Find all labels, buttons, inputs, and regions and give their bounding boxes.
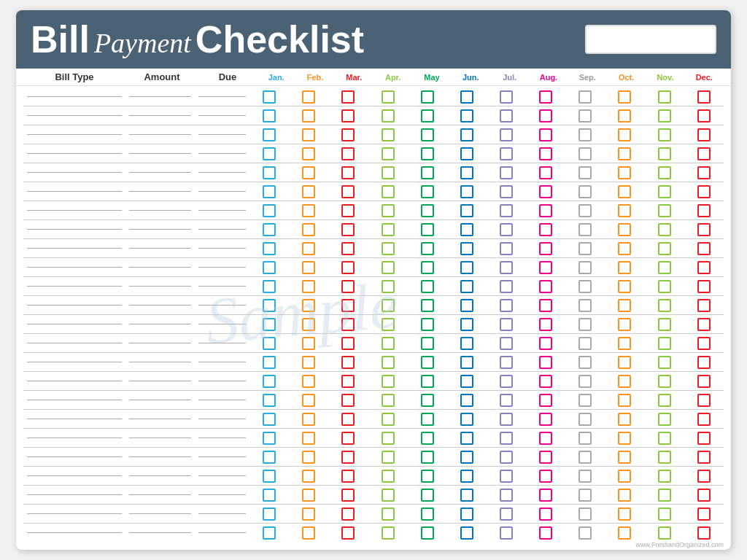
checkbox-jul[interactable] [500, 318, 513, 331]
due-field[interactable] [198, 475, 246, 476]
checkbox-nov[interactable] [658, 242, 671, 255]
checkbox-may[interactable] [421, 147, 434, 160]
checkbox-apr[interactable] [382, 432, 395, 445]
checkbox-apr[interactable] [382, 318, 395, 331]
checkbox-jan[interactable] [263, 394, 276, 407]
checkbox-dec[interactable] [697, 356, 711, 369]
bill-type-field[interactable] [27, 513, 122, 514]
checkbox-mar[interactable] [341, 413, 355, 426]
checkbox-jun[interactable] [460, 526, 473, 540]
due-field[interactable] [198, 115, 246, 116]
checkbox-apr[interactable] [382, 166, 395, 179]
amount-field[interactable] [129, 115, 191, 116]
checkbox-aug[interactable] [539, 489, 552, 502]
checkbox-sep[interactable] [578, 242, 592, 255]
checkbox-jun[interactable] [460, 432, 473, 445]
checkbox-oct[interactable] [618, 356, 631, 369]
checkbox-oct[interactable] [618, 147, 631, 160]
due-field[interactable] [198, 248, 246, 249]
due-field[interactable] [198, 153, 246, 154]
checkbox-aug[interactable] [539, 318, 552, 331]
checkbox-dec[interactable] [697, 470, 711, 483]
checkbox-dec[interactable] [697, 109, 711, 122]
checkbox-jan[interactable] [263, 128, 276, 141]
checkbox-sep[interactable] [578, 318, 592, 331]
amount-field[interactable] [129, 134, 191, 135]
bill-type-field[interactable] [27, 229, 122, 230]
checkbox-oct[interactable] [618, 413, 631, 426]
checkbox-nov[interactable] [658, 413, 671, 426]
checkbox-jul[interactable] [500, 166, 513, 179]
checkbox-sep[interactable] [578, 413, 592, 426]
checkbox-may[interactable] [421, 413, 434, 426]
checkbox-aug[interactable] [539, 413, 552, 426]
checkbox-jun[interactable] [460, 223, 473, 236]
checkbox-dec[interactable] [697, 147, 711, 160]
checkbox-apr[interactable] [382, 356, 395, 369]
checkbox-mar[interactable] [341, 242, 355, 255]
checkbox-sep[interactable] [578, 470, 592, 483]
checkbox-mar[interactable] [341, 147, 355, 160]
checkbox-aug[interactable] [539, 147, 552, 160]
checkbox-apr[interactable] [382, 109, 395, 122]
bill-type-field[interactable] [27, 115, 122, 116]
checkbox-oct[interactable] [618, 109, 631, 122]
checkbox-mar[interactable] [341, 128, 355, 141]
amount-field[interactable] [129, 456, 191, 457]
checkbox-apr[interactable] [382, 223, 395, 236]
checkbox-oct[interactable] [618, 470, 631, 483]
checkbox-jul[interactable] [500, 242, 513, 255]
bill-type-field[interactable] [27, 267, 122, 268]
checkbox-feb[interactable] [302, 470, 315, 483]
checkbox-may[interactable] [421, 261, 434, 274]
bill-type-field[interactable] [27, 532, 122, 533]
due-field[interactable] [198, 362, 246, 362]
checkbox-nov[interactable] [658, 147, 671, 160]
checkbox-mar[interactable] [341, 451, 355, 464]
checkbox-jul[interactable] [500, 280, 513, 293]
checkbox-jun[interactable] [460, 508, 473, 521]
checkbox-nov[interactable] [658, 128, 671, 141]
checkbox-apr[interactable] [382, 489, 395, 502]
checkbox-apr[interactable] [382, 337, 395, 350]
checkbox-may[interactable] [421, 337, 434, 350]
checkbox-feb[interactable] [302, 261, 315, 274]
checkbox-jul[interactable] [500, 147, 513, 160]
checkbox-jun[interactable] [460, 109, 473, 122]
checkbox-dec[interactable] [697, 413, 711, 426]
checkbox-nov[interactable] [658, 394, 671, 407]
checkbox-may[interactable] [421, 128, 434, 141]
checkbox-jan[interactable] [263, 432, 276, 445]
due-field[interactable] [198, 305, 246, 306]
amount-field[interactable] [129, 381, 191, 381]
bill-type-field[interactable] [27, 134, 122, 135]
checkbox-may[interactable] [421, 90, 434, 104]
checkbox-mar[interactable] [341, 166, 355, 179]
checkbox-aug[interactable] [539, 337, 552, 350]
amount-field[interactable] [129, 248, 191, 249]
checkbox-may[interactable] [421, 166, 434, 179]
checkbox-apr[interactable] [382, 375, 395, 388]
checkbox-may[interactable] [421, 470, 434, 483]
due-field[interactable] [198, 267, 246, 268]
amount-field[interactable] [129, 400, 191, 400]
checkbox-feb[interactable] [302, 432, 315, 445]
checkbox-nov[interactable] [658, 90, 671, 104]
checkbox-apr[interactable] [382, 451, 395, 464]
checkbox-apr[interactable] [382, 526, 395, 540]
amount-field[interactable] [129, 210, 191, 211]
checkbox-oct[interactable] [618, 128, 631, 141]
checkbox-mar[interactable] [341, 90, 355, 104]
checkbox-sep[interactable] [578, 299, 592, 312]
checkbox-feb[interactable] [302, 508, 315, 521]
checkbox-dec[interactable] [697, 223, 711, 236]
amount-field[interactable] [129, 362, 191, 362]
checkbox-apr[interactable] [382, 185, 395, 198]
due-field[interactable] [198, 532, 246, 533]
checkbox-jul[interactable] [500, 413, 513, 426]
checkbox-may[interactable] [421, 432, 434, 445]
checkbox-may[interactable] [421, 508, 434, 521]
checkbox-apr[interactable] [382, 128, 395, 141]
checkbox-sep[interactable] [578, 432, 592, 445]
bill-type-field[interactable] [27, 210, 122, 211]
